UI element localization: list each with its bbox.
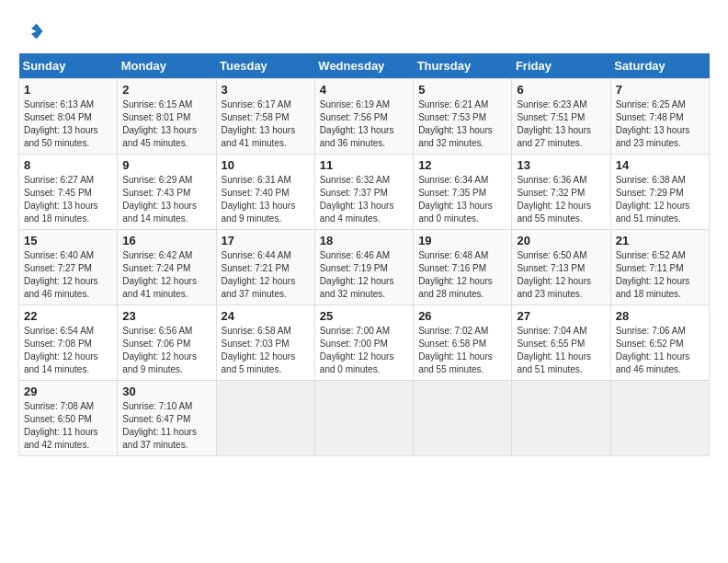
day-number: 10 [222,158,310,172]
day-info: Sunrise: 6:27 AM Sunset: 7:45 PM Dayligh… [24,174,112,225]
day-number: 24 [222,309,310,323]
day-number: 7 [616,83,704,97]
day-number: 16 [122,234,210,247]
day-number: 8 [24,158,112,172]
day-info: Sunrise: 6:19 AM Sunset: 7:56 PM Dayligh… [320,98,408,150]
day-info: Sunrise: 6:15 AM Sunset: 8:01 PM Dayligh… [122,98,210,150]
calendar-cell: 20Sunrise: 6:50 AM Sunset: 7:13 PM Dayli… [512,230,610,305]
day-info: Sunrise: 7:06 AM Sunset: 6:52 PM Dayligh… [616,325,704,376]
day-number: 13 [517,158,605,172]
day-info: Sunrise: 6:21 AM Sunset: 7:53 PM Dayligh… [418,98,506,150]
day-header-sunday: Sunday [19,53,118,79]
day-info: Sunrise: 6:32 AM Sunset: 7:37 PM Dayligh… [320,174,408,225]
day-info: Sunrise: 6:38 AM Sunset: 7:29 PM Dayligh… [616,174,704,225]
day-info: Sunrise: 6:13 AM Sunset: 8:04 PM Dayligh… [24,98,112,150]
day-info: Sunrise: 6:58 AM Sunset: 7:03 PM Dayligh… [222,325,310,376]
week-row-2: 8Sunrise: 6:27 AM Sunset: 7:45 PM Daylig… [19,155,710,230]
calendar-cell: 3Sunrise: 6:17 AM Sunset: 7:58 PM Daylig… [216,79,314,155]
day-info: Sunrise: 7:04 AM Sunset: 6:55 PM Dayligh… [517,325,605,376]
day-number: 18 [320,234,408,247]
calendar-cell: 28Sunrise: 7:06 AM Sunset: 6:52 PM Dayli… [610,305,709,381]
day-info: Sunrise: 6:17 AM Sunset: 7:58 PM Dayligh… [222,98,310,150]
calendar-table: SundayMondayTuesdayWednesdayThursdayFrid… [18,53,710,456]
day-number: 25 [320,309,408,323]
day-info: Sunrise: 6:25 AM Sunset: 7:48 PM Dayligh… [616,98,704,150]
calendar-cell: 11Sunrise: 6:32 AM Sunset: 7:37 PM Dayli… [314,155,413,230]
day-number: 21 [616,234,704,247]
calendar-cell: 29Sunrise: 7:08 AM Sunset: 6:50 PM Dayli… [19,381,118,456]
calendar-cell: 19Sunrise: 6:48 AM Sunset: 7:16 PM Dayli… [414,230,512,305]
calendar-cell: 15Sunrise: 6:40 AM Sunset: 7:27 PM Dayli… [19,230,118,305]
calendar-cell: 6Sunrise: 6:23 AM Sunset: 7:51 PM Daylig… [512,79,610,155]
day-info: Sunrise: 7:10 AM Sunset: 6:47 PM Dayligh… [122,400,210,452]
calendar-cell: 23Sunrise: 6:56 AM Sunset: 7:06 PM Dayli… [118,305,216,381]
day-number: 30 [122,385,210,398]
day-number: 4 [320,83,408,97]
day-number: 28 [616,309,704,323]
calendar-cell: 10Sunrise: 6:31 AM Sunset: 7:40 PM Dayli… [216,155,314,230]
day-info: Sunrise: 6:36 AM Sunset: 7:32 PM Dayligh… [517,174,605,225]
day-number: 17 [222,234,310,247]
calendar-cell: 9Sunrise: 6:29 AM Sunset: 7:43 PM Daylig… [118,155,216,230]
calendar-cell: 2Sunrise: 6:15 AM Sunset: 8:01 PM Daylig… [118,79,216,155]
day-number: 5 [418,83,506,97]
day-info: Sunrise: 7:08 AM Sunset: 6:50 PM Dayligh… [24,400,112,452]
day-info: Sunrise: 6:50 AM Sunset: 7:13 PM Dayligh… [517,249,605,301]
day-number: 20 [517,234,605,247]
day-info: Sunrise: 6:40 AM Sunset: 7:27 PM Dayligh… [24,249,112,301]
day-info: Sunrise: 6:29 AM Sunset: 7:43 PM Dayligh… [122,174,210,225]
day-number: 11 [320,158,408,172]
calendar-cell [414,381,512,456]
day-header-thursday: Thursday [414,53,512,79]
day-number: 9 [122,158,210,172]
day-info: Sunrise: 6:54 AM Sunset: 7:08 PM Dayligh… [24,325,112,376]
calendar-cell: 30Sunrise: 7:10 AM Sunset: 6:47 PM Dayli… [118,381,216,456]
day-header-saturday: Saturday [610,53,709,79]
day-number: 19 [418,234,506,247]
calendar-cell [314,381,413,456]
week-row-1: 1Sunrise: 6:13 AM Sunset: 8:04 PM Daylig… [19,79,710,155]
calendar-cell: 22Sunrise: 6:54 AM Sunset: 7:08 PM Dayli… [19,305,118,381]
day-info: Sunrise: 6:42 AM Sunset: 7:24 PM Dayligh… [122,249,210,301]
calendar-cell: 26Sunrise: 7:02 AM Sunset: 6:58 PM Dayli… [414,305,512,381]
calendar-cell: 25Sunrise: 7:00 AM Sunset: 7:00 PM Dayli… [314,305,413,381]
day-number: 27 [517,309,605,323]
day-header-monday: Monday [118,53,216,79]
calendar-cell: 16Sunrise: 6:42 AM Sunset: 7:24 PM Dayli… [118,230,216,305]
day-info: Sunrise: 6:48 AM Sunset: 7:16 PM Dayligh… [418,249,506,301]
day-number: 23 [122,309,210,323]
calendar-cell: 13Sunrise: 6:36 AM Sunset: 7:32 PM Dayli… [512,155,610,230]
day-number: 1 [24,83,112,97]
day-info: Sunrise: 7:02 AM Sunset: 6:58 PM Dayligh… [418,325,506,376]
calendar-cell: 24Sunrise: 6:58 AM Sunset: 7:03 PM Dayli… [216,305,314,381]
day-info: Sunrise: 6:46 AM Sunset: 7:19 PM Dayligh… [320,249,408,301]
calendar-cell: 4Sunrise: 6:19 AM Sunset: 7:56 PM Daylig… [314,79,413,155]
day-number: 3 [222,83,310,97]
calendar-cell: 5Sunrise: 6:21 AM Sunset: 7:53 PM Daylig… [414,79,512,155]
day-header-wednesday: Wednesday [314,53,413,79]
calendar-cell [512,381,610,456]
day-number: 15 [24,234,112,247]
calendar-cell: 8Sunrise: 6:27 AM Sunset: 7:45 PM Daylig… [19,155,118,230]
day-number: 12 [418,158,506,172]
logo [18,18,48,44]
week-row-4: 22Sunrise: 6:54 AM Sunset: 7:08 PM Dayli… [19,305,710,381]
day-number: 22 [24,309,112,323]
day-info: Sunrise: 6:44 AM Sunset: 7:21 PM Dayligh… [222,249,310,301]
day-info: Sunrise: 6:56 AM Sunset: 7:06 PM Dayligh… [122,325,210,376]
day-info: Sunrise: 6:34 AM Sunset: 7:35 PM Dayligh… [418,174,506,225]
page-header [18,18,710,44]
week-row-5: 29Sunrise: 7:08 AM Sunset: 6:50 PM Dayli… [19,381,710,456]
day-header-friday: Friday [512,53,610,79]
day-header-tuesday: Tuesday [216,53,314,79]
calendar-cell [216,381,314,456]
calendar-cell: 12Sunrise: 6:34 AM Sunset: 7:35 PM Dayli… [414,155,512,230]
calendar-cell: 1Sunrise: 6:13 AM Sunset: 8:04 PM Daylig… [19,79,118,155]
day-number: 26 [418,309,506,323]
calendar-cell: 27Sunrise: 7:04 AM Sunset: 6:55 PM Dayli… [512,305,610,381]
week-row-3: 15Sunrise: 6:40 AM Sunset: 7:27 PM Dayli… [19,230,710,305]
calendar-cell [610,381,709,456]
day-number: 14 [616,158,704,172]
day-info: Sunrise: 6:23 AM Sunset: 7:51 PM Dayligh… [517,98,605,150]
day-number: 29 [24,385,112,398]
